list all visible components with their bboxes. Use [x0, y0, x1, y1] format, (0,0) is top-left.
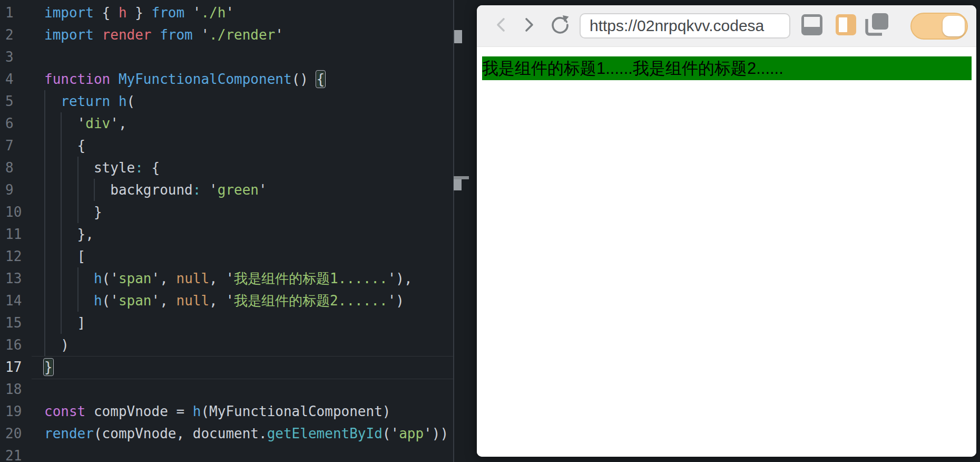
code-text: const compVnode = h(MyFunctionalComponen…	[44, 400, 390, 422]
code-line: 18	[0, 378, 477, 400]
code-text: render(compVnode, document.getElementByI…	[44, 422, 448, 445]
line-number: 8	[5, 157, 14, 179]
preview-toggle[interactable]	[910, 13, 968, 40]
line-number: 14	[5, 290, 22, 312]
code-line: 19const compVnode = h(MyFunctionalCompon…	[0, 400, 477, 422]
line-number: 12	[5, 245, 22, 267]
line-number: 10	[5, 201, 22, 223]
line-number: 11	[5, 223, 22, 245]
back-button[interactable]	[494, 5, 508, 46]
browser-toolbar: https://02nrpqkvv.codesa	[477, 5, 976, 47]
line-number: 13	[5, 267, 22, 290]
line-number: 2	[5, 24, 14, 46]
code-line: 15 ]	[0, 312, 477, 334]
code-text: function MyFunctionalComponent() {	[44, 68, 325, 90]
reload-button[interactable]	[549, 5, 571, 46]
code-line: 5 return h(	[0, 90, 477, 112]
url-bar[interactable]: https://02nrpqkvv.codesa	[580, 13, 790, 38]
code-line: 14 h('span', null, '我是组件的标题2......')	[0, 290, 477, 312]
code-text: import { h } from './h'	[44, 2, 234, 24]
preview-browser-panel: https://02nrpqkvv.codesa	[477, 5, 976, 457]
line-number: 1	[5, 2, 14, 24]
browser-window-button[interactable]	[801, 5, 823, 46]
indent-guide	[77, 267, 79, 312]
code-text: )	[44, 334, 69, 356]
code-line: 11 },	[0, 223, 477, 245]
indent-guide	[77, 157, 79, 223]
code-text: {	[44, 134, 85, 157]
code-text: style: {	[44, 157, 160, 179]
toggle-knob	[943, 16, 965, 36]
banner-text: 我是组件的标题1......我是组件的标题2......	[482, 59, 783, 78]
code-line: 20render(compVnode, document.getElementB…	[0, 422, 477, 445]
code-line: 16 )	[0, 334, 477, 356]
code-line: 4function MyFunctionalComponent() {	[0, 68, 477, 90]
indent-guide	[61, 112, 62, 334]
browser-window-icon	[801, 14, 823, 38]
split-view-button[interactable]	[836, 5, 856, 46]
line-number: 17	[5, 356, 22, 378]
split-view-icon	[836, 14, 856, 38]
code-text: h('span', null, '我是组件的标题1......'),	[44, 267, 413, 290]
indent-guide	[94, 179, 95, 201]
rendered-component-banner: 我是组件的标题1......我是组件的标题2......	[482, 56, 972, 80]
line-number: 4	[5, 68, 14, 90]
line-number: 19	[5, 400, 22, 422]
line-number: 16	[5, 334, 22, 356]
line-number: 21	[5, 445, 22, 462]
line-number: 9	[5, 179, 14, 201]
line-number: 5	[5, 90, 14, 112]
code-line: 1import { h } from './h'	[0, 2, 477, 24]
code-line: 12 [	[0, 245, 477, 267]
code-text: },	[44, 223, 94, 245]
line-number: 7	[5, 134, 14, 157]
line-number: 3	[5, 46, 14, 68]
forward-arrow-icon	[522, 16, 536, 35]
code-line: 17}	[0, 356, 477, 378]
code-line: 13 h('span', null, '我是组件的标题1......'),	[0, 267, 477, 290]
code-text: import render from './render'	[44, 24, 283, 46]
code-text: h('span', null, '我是组件的标题2......')	[44, 290, 404, 312]
line-number: 18	[5, 378, 22, 400]
line-number: 6	[5, 112, 14, 134]
code-line: 6 'div',	[0, 112, 477, 134]
stacked-windows-button[interactable]	[865, 5, 889, 46]
forward-button[interactable]	[522, 5, 536, 46]
code-text: return h(	[44, 90, 135, 112]
code-text: ]	[44, 312, 85, 334]
code-line: 8 style: {	[0, 157, 477, 179]
code-line: 7 {	[0, 134, 477, 157]
code-text: 'div',	[44, 112, 127, 134]
back-arrow-icon	[494, 16, 508, 35]
preview-page: 我是组件的标题1......我是组件的标题2......	[477, 47, 976, 457]
code-line: 21	[0, 445, 477, 462]
reload-icon	[549, 14, 571, 38]
code-line: 9 background: 'green'	[0, 179, 477, 201]
code-line: 2import render from './render'	[0, 24, 477, 46]
code-line: 3	[0, 46, 477, 68]
codesandbox-window: 1import { h } from './h'2import render f…	[0, 0, 980, 462]
code-text: }	[44, 356, 53, 378]
code-text: }	[44, 201, 102, 223]
indent-guide	[44, 90, 45, 356]
code-text: [	[44, 245, 85, 267]
stacked-windows-icon	[865, 13, 889, 39]
line-number: 20	[5, 422, 22, 445]
line-number: 15	[5, 312, 22, 334]
url-text: https://02nrpqkvv.codesa	[590, 17, 764, 34]
code-line: 10 }	[0, 201, 477, 223]
